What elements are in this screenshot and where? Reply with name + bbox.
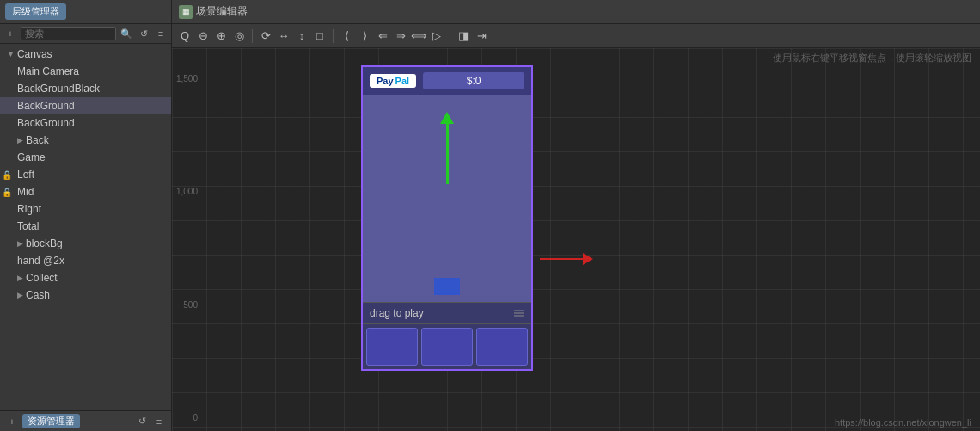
game-view: PayPal $:0 drag to play [361, 65, 533, 371]
refresh-button[interactable]: ↺ [137, 27, 150, 40]
game-main-area [363, 95, 531, 302]
search-icon-btn[interactable]: 🔍 [119, 27, 133, 40]
layer-item-back[interactable]: ▶ Back [0, 132, 171, 149]
y-axis: 1,500 1,000 500 0 [172, 48, 199, 431]
expand-icon: ▶ [17, 274, 23, 282]
layer-label: BackGround [17, 117, 75, 129]
url-text: https://blog.csdn.net/xiongwen_li [835, 417, 971, 428]
add-asset-button[interactable]: + [5, 415, 19, 428]
layer-label: BackGroundBlack [17, 83, 100, 95]
layer-item-canvas[interactable]: ▼ Canvas [0, 46, 171, 63]
blue-block [434, 278, 460, 295]
layer-label: Total [17, 220, 39, 232]
scene-tab-icon: ▦ [179, 5, 193, 19]
arrow-up [440, 112, 454, 184]
expand-icon: ▼ [7, 50, 15, 58]
asset-menu-button[interactable]: ≡ [152, 415, 166, 428]
layer-item-left[interactable]: 🔒 Left [0, 166, 171, 183]
search-input[interactable] [25, 28, 112, 39]
layer-label: Main Camera [17, 65, 79, 77]
drag-lines [514, 311, 524, 317]
align-bottom[interactable]: ▷ [429, 28, 444, 44]
layer-label: Collect [26, 272, 58, 284]
game-btn-3[interactable] [476, 328, 528, 366]
layer-manager-label: 层级管理器 [5, 3, 66, 20]
layer-label: BackGround [17, 100, 75, 112]
game-header: PayPal $:0 [363, 67, 531, 95]
layer-label: Canvas [17, 48, 52, 60]
zoom-fit-button[interactable]: ◎ [231, 28, 247, 44]
layer-item-hand[interactable]: hand @2x [0, 252, 171, 269]
scene-editor-tab[interactable]: ▦ 场景编辑器 [172, 0, 980, 23]
zoom-hand-button[interactable]: Q [177, 28, 193, 44]
layer-item-game[interactable]: Game [0, 149, 171, 166]
paypal-p2: Pal [395, 76, 410, 86]
game-btn-2[interactable] [421, 328, 473, 366]
red-arrow-head [583, 253, 593, 265]
paypal-p1: Pay [377, 76, 394, 86]
layer-tree: ▼ Canvas Main Camera BackGroundBlack Bac… [0, 44, 171, 410]
drag-line-2 [514, 313, 524, 314]
layer-item-cash[interactable]: ▶ Cash [0, 286, 171, 304]
align-center-v[interactable]: ⟺ [411, 28, 426, 44]
drag-label: drag to play [370, 307, 424, 319]
layer-manager-tab[interactable]: 层级管理器 [0, 0, 172, 23]
paypal-button[interactable]: PayPal [370, 74, 416, 88]
expand-icon: ▶ [17, 136, 23, 145]
layer-label: Mid [17, 186, 34, 198]
y-label-0: 0 [174, 413, 198, 422]
layer-item-main-camera[interactable]: Main Camera [0, 63, 171, 80]
layer-item-right[interactable]: Right [0, 200, 171, 218]
distribute-v[interactable]: ⇥ [474, 28, 489, 44]
score-display: $:0 [423, 72, 524, 89]
layer-item-bg1[interactable]: BackGround [0, 97, 171, 114]
distribute-h[interactable]: ◨ [456, 28, 471, 44]
lock-icon: 🔒 [2, 188, 12, 197]
expand-icon: ▶ [17, 291, 23, 299]
align-left[interactable]: ⟨ [339, 28, 354, 44]
rect-tool[interactable]: □ [312, 28, 328, 44]
move-tool[interactable]: ⟳ [258, 28, 273, 44]
align-right[interactable]: ⇐ [375, 28, 390, 44]
scene-toolbar: Q ⊖ ⊕ ◎ ⟳ ↔ ↕ □ ⟨ ⟩ ⇐ ⇒ ⟺ ▷ ◨ ⇥ [172, 24, 980, 48]
menu-button[interactable]: ≡ [154, 27, 168, 40]
layer-label: hand @2x [17, 255, 64, 267]
layer-item-collect[interactable]: ▶ Collect [0, 269, 171, 286]
layer-label: Back [26, 134, 49, 146]
layer-item-bg-black[interactable]: BackGroundBlack [0, 80, 171, 97]
bottom-left-panel: + 资源管理器 ↺ ≡ [0, 410, 171, 431]
asset-manager-label: 资源管理器 [22, 414, 80, 428]
rotate-tool[interactable]: ↔ [276, 28, 291, 44]
layer-item-bg2[interactable]: BackGround [0, 114, 171, 132]
red-arrow [540, 253, 593, 265]
align-center-h[interactable]: ⟩ [357, 28, 372, 44]
layer-item-total[interactable]: Total [0, 218, 171, 235]
red-arrow-line [540, 258, 583, 260]
drag-bar[interactable]: drag to play [363, 302, 531, 323]
scale-tool[interactable]: ↕ [294, 28, 309, 44]
search-bar[interactable] [21, 27, 116, 40]
layer-item-blockbg[interactable]: ▶ blockBg [0, 235, 171, 252]
left-panel: + 🔍 ↺ ≡ ▼ Canvas Main Camera BackGroundB… [0, 24, 172, 431]
scene-canvas[interactable]: 1,500 1,000 500 0 使用鼠标右键平移视窗焦点，使用滚轮缩放视图 … [172, 48, 980, 431]
hint-text: 使用鼠标右键平移视窗焦点，使用滚轮缩放视图 [773, 52, 971, 65]
main-area: + 🔍 ↺ ≡ ▼ Canvas Main Camera BackGroundB… [0, 24, 980, 431]
layer-label: Game [17, 151, 46, 163]
drag-line-1 [514, 311, 524, 311]
arrow-line [446, 124, 449, 184]
top-bar: 层级管理器 ▦ 场景编辑器 [0, 0, 980, 24]
panel-toolbar: + 🔍 ↺ ≡ [0, 24, 171, 44]
y-label-500: 500 [174, 300, 198, 310]
layer-label: blockBg [26, 237, 63, 249]
game-btn-1[interactable] [366, 328, 418, 366]
separator1 [252, 29, 253, 43]
zoom-in-button[interactable]: ⊕ [213, 28, 229, 44]
drag-line-3 [514, 316, 524, 317]
zoom-out-button[interactable]: ⊖ [195, 28, 211, 44]
expand-icon: ▶ [17, 239, 23, 248]
add-layer-button[interactable]: + [3, 27, 17, 40]
align-top[interactable]: ⇒ [393, 28, 408, 44]
lock-icon: 🔒 [2, 170, 12, 180]
layer-item-mid[interactable]: 🔒 Mid [0, 183, 171, 200]
refresh-asset-button[interactable]: ↺ [135, 415, 149, 428]
